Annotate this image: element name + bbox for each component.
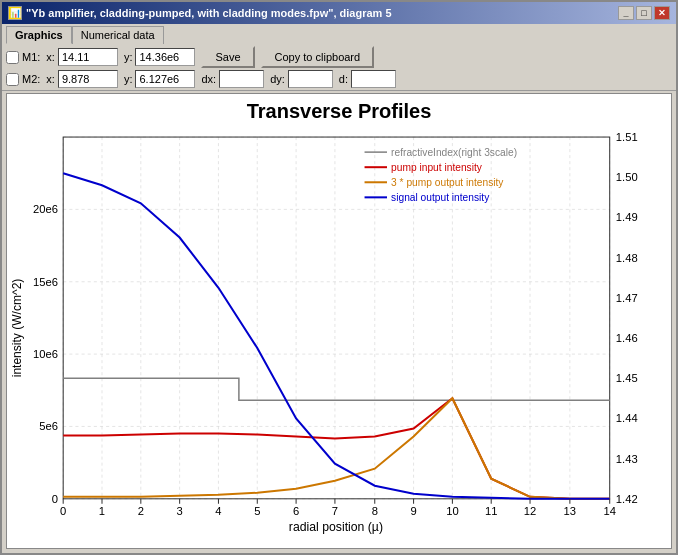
m2-x-group: x: — [46, 70, 118, 88]
svg-text:1.47: 1.47 — [616, 292, 638, 304]
svg-text:5e6: 5e6 — [39, 421, 58, 433]
svg-text:1.50: 1.50 — [616, 171, 638, 183]
m1-checkbox-label[interactable]: M1: — [6, 51, 40, 64]
copy-clipboard-button[interactable]: Copy to clipboard — [261, 46, 375, 68]
dy-group: dy: — [270, 70, 333, 88]
svg-text:1.51: 1.51 — [616, 131, 638, 143]
m1-x-input[interactable] — [58, 48, 118, 66]
pump-output-intensity-line — [63, 398, 610, 498]
svg-text:11: 11 — [485, 505, 497, 517]
close-button[interactable]: ✕ — [654, 6, 670, 20]
dy-input[interactable] — [288, 70, 333, 88]
svg-text:6: 6 — [293, 505, 299, 517]
svg-text:12: 12 — [524, 505, 536, 517]
svg-text:5: 5 — [254, 505, 260, 517]
svg-text:1.44: 1.44 — [616, 413, 638, 425]
svg-text:10: 10 — [446, 505, 458, 517]
legend: refractiveIndex(right 3scale) pump input… — [365, 147, 518, 203]
svg-rect-21 — [63, 137, 610, 499]
x-axis-title: radial position (µ) — [289, 520, 383, 534]
svg-text:15e6: 15e6 — [33, 276, 58, 288]
svg-text:1.42: 1.42 — [616, 493, 638, 505]
toolbar: Graphics Numerical data M1: x: y: Save C… — [2, 24, 676, 91]
controls-row-1: M1: x: y: Save Copy to clipboard — [6, 46, 672, 68]
window-title: "Yb amplifier, cladding-pumped, with cla… — [26, 7, 392, 19]
save-button[interactable]: Save — [201, 46, 254, 68]
svg-text:1.43: 1.43 — [616, 453, 638, 465]
main-window: 📊 "Yb amplifier, cladding-pumped, with c… — [0, 0, 678, 555]
svg-text:0: 0 — [60, 505, 66, 517]
svg-text:8: 8 — [372, 505, 378, 517]
dx-group: dx: — [201, 70, 264, 88]
svg-text:2: 2 — [138, 505, 144, 517]
chart-container: 0 5e6 10e6 15e6 20e6 1.42 1.43 1.44 1.45… — [7, 127, 671, 539]
svg-text:0: 0 — [52, 493, 58, 505]
tab-graphics[interactable]: Graphics — [6, 26, 72, 44]
d-input[interactable] — [351, 70, 396, 88]
refractive-index-line — [63, 378, 610, 400]
m2-y-group: y: — [124, 70, 196, 88]
m2-y-input[interactable] — [135, 70, 195, 88]
m1-checkbox[interactable] — [6, 51, 19, 64]
svg-text:signal output intensity: signal output intensity — [391, 192, 490, 203]
dx-input[interactable] — [219, 70, 264, 88]
pump-input-intensity-line — [63, 398, 610, 498]
y-left-title: intensity (W/cm^2) — [10, 279, 24, 378]
maximize-button[interactable]: □ — [636, 6, 652, 20]
svg-text:3 * pump output intensity: 3 * pump output intensity — [391, 177, 504, 188]
svg-text:1.46: 1.46 — [616, 332, 638, 344]
title-bar-left: 📊 "Yb amplifier, cladding-pumped, with c… — [8, 6, 392, 20]
svg-text:9: 9 — [410, 505, 416, 517]
controls-row-2: M2: x: y: dx: dy: d: — [6, 70, 672, 88]
minimize-button[interactable]: _ — [618, 6, 634, 20]
m1-y-input[interactable] — [135, 48, 195, 66]
title-bar: 📊 "Yb amplifier, cladding-pumped, with c… — [2, 2, 676, 24]
chart-area: Transverse Profiles — [6, 93, 672, 549]
m2-x-input[interactable] — [58, 70, 118, 88]
title-buttons: _ □ ✕ — [618, 6, 670, 20]
svg-text:20e6: 20e6 — [33, 204, 58, 216]
svg-text:pump input intensity: pump input intensity — [391, 162, 483, 173]
svg-text:1: 1 — [99, 505, 105, 517]
m1-x-group: x: — [46, 48, 118, 66]
svg-text:13: 13 — [564, 505, 576, 517]
chart-svg: 0 5e6 10e6 15e6 20e6 1.42 1.43 1.44 1.45… — [7, 127, 671, 539]
svg-text:refractiveIndex(right 3scale): refractiveIndex(right 3scale) — [391, 147, 517, 158]
tab-numerical-data[interactable]: Numerical data — [72, 26, 164, 44]
window-icon: 📊 — [8, 6, 22, 20]
m2-checkbox[interactable] — [6, 73, 19, 86]
x-axis-labels: 0 1 2 3 4 5 6 7 8 9 10 11 12 13 14 — [60, 505, 616, 517]
y-left-labels: 0 5e6 10e6 15e6 20e6 — [33, 204, 58, 505]
m2-checkbox-label[interactable]: M2: — [6, 73, 40, 86]
svg-text:1.48: 1.48 — [616, 252, 638, 264]
tab-bar: Graphics Numerical data — [6, 26, 672, 44]
signal-output-intensity-line — [63, 173, 610, 499]
svg-text:1.49: 1.49 — [616, 212, 638, 224]
d-group: d: — [339, 70, 396, 88]
svg-text:4: 4 — [215, 505, 221, 517]
m1-y-group: y: — [124, 48, 196, 66]
svg-text:14: 14 — [603, 505, 615, 517]
svg-text:1.45: 1.45 — [616, 372, 638, 384]
svg-text:3: 3 — [177, 505, 183, 517]
svg-text:7: 7 — [332, 505, 338, 517]
chart-title: Transverse Profiles — [7, 94, 671, 127]
svg-text:10e6: 10e6 — [33, 348, 58, 360]
y-right-labels: 1.42 1.43 1.44 1.45 1.46 1.47 1.48 1.49 … — [616, 131, 638, 505]
